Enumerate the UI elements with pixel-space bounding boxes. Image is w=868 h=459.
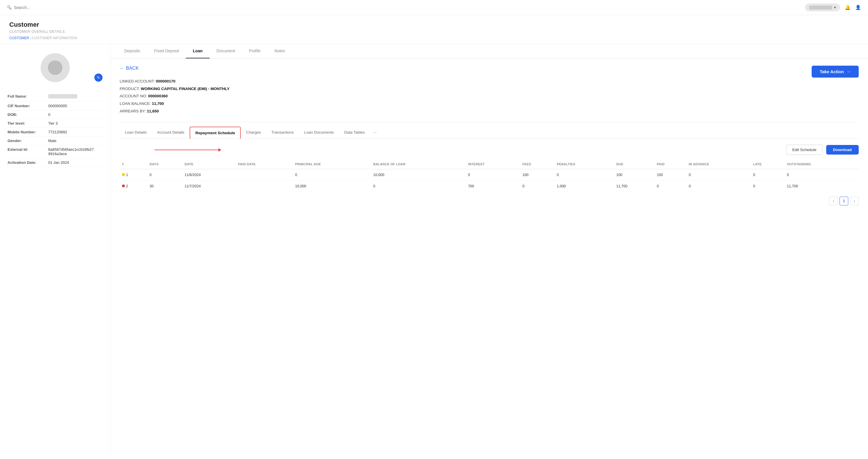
product-value: WORKING CAPITAL FINANCE (EMI) - MONTHLY <box>141 87 230 91</box>
pagination: ‹1› <box>120 197 859 205</box>
cell-days: 30 <box>147 181 182 192</box>
arrears-row: ARREARS BY: 11,650 <box>120 108 859 115</box>
arrow-shaft <box>154 150 218 150</box>
info-row: Mobile Number:772120892 <box>7 128 102 136</box>
search-input[interactable] <box>14 5 72 10</box>
main-tabs-bar: DepositsFixed DepositLoanDocumentProfile… <box>110 44 868 59</box>
info-row: External Id:8a8587d56faec1cc016fb27 9916… <box>7 145 102 158</box>
arrears-value: 11,650 <box>147 109 159 113</box>
cell-num: 2 <box>120 181 147 192</box>
arrow-head-icon <box>218 148 221 152</box>
left-sidebar: ✎ Full Name:CIF Number:000000005DOB:0Tie… <box>0 44 110 459</box>
inner-tab-account-details[interactable]: Account Details <box>152 127 190 139</box>
info-label: CIF Number: <box>7 104 48 108</box>
info-label: DOB: <box>7 113 48 117</box>
info-value: 000000005 <box>48 104 67 108</box>
loan-balance-row: LOAN BALANCE: 11,700 <box>120 100 859 108</box>
linked-account-row: LINKED ACCOUNT: 000000170 <box>120 78 859 85</box>
cell-due: 11,700 <box>614 181 655 192</box>
info-value <box>48 94 77 99</box>
cell-penalties: 0 <box>554 169 614 181</box>
inner-tab-loan-documents[interactable]: Loan Documents <box>299 127 339 139</box>
edit-schedule-button[interactable]: Edit Schedule <box>786 145 823 155</box>
tab-notes[interactable]: Notes <box>268 44 292 58</box>
status-dot-yellow <box>122 173 125 176</box>
inner-tab-transactions[interactable]: Transactions <box>266 127 299 139</box>
info-row: Gender:Male <box>7 136 102 145</box>
pagination-next-button[interactable]: › <box>850 197 859 205</box>
col-header-late: LATE <box>751 159 785 169</box>
pagination-page-1-button[interactable]: 1 <box>840 197 848 205</box>
arrow-annotation <box>154 148 221 152</box>
bell-icon[interactable]: 🔔 <box>845 5 850 10</box>
user-dropdown-label <box>809 5 832 9</box>
inner-tab-loan-details[interactable]: Loan Details <box>120 127 152 139</box>
cell-date: 11/6/2024 <box>182 169 236 181</box>
info-row: Activation Date:01 Jan 2024 <box>7 158 102 167</box>
download-button[interactable]: Download <box>826 145 859 155</box>
cell-late: 0 <box>751 169 785 181</box>
tab-deposits[interactable]: Deposits <box>117 44 147 58</box>
linked-account-label: LINKED ACCOUNT: <box>120 79 155 83</box>
cell-principal-due: 10,000 <box>293 181 371 192</box>
cell-due: 100 <box>614 169 655 181</box>
cell-days: 0 <box>147 169 182 181</box>
loan-header-row: Take Action → ← BACK <box>120 66 859 78</box>
col-header-paid: PAID <box>655 159 686 169</box>
loan-balance-label: LOAN BALANCE: <box>120 101 151 106</box>
inner-tabs-more-button[interactable]: ⋯ <box>370 127 379 139</box>
page-subtitle: CUSTOMER OVERALL DETAILS <box>9 30 859 34</box>
chevron-down-icon: ▾ <box>834 5 836 9</box>
cell-paid: 0 <box>655 181 686 192</box>
tab-loan[interactable]: Loan <box>186 44 209 58</box>
info-label: Tier level: <box>7 121 48 125</box>
col-header-principal-due: PRINCIPAL DUE <box>293 159 371 169</box>
loan-detail-area: Take Action → ← BACK LINKED ACCOUNT: 000… <box>110 59 868 212</box>
topnav-right: ▾ 🔔 👤 <box>805 3 861 11</box>
cell-in-advance: 0 <box>686 169 751 181</box>
info-row: DOB:0 <box>7 111 102 119</box>
info-label: Full Name: <box>7 94 48 99</box>
back-link[interactable]: ← BACK <box>120 66 812 71</box>
table-row: 1011/6/2024010,00001000100100000 <box>120 169 859 181</box>
info-label: Activation Date: <box>7 160 48 165</box>
account-no-label: ACCOUNT NO: <box>120 94 147 98</box>
take-action-button[interactable]: Take Action → <box>812 66 859 78</box>
cell-paid-date <box>236 169 293 181</box>
col-header-in-advance: IN ADVANCE <box>686 159 751 169</box>
breadcrumb: CUSTOMER / CUSTOMER INFORMATION <box>9 36 859 40</box>
cell-late: 0 <box>751 181 785 192</box>
tab-profile[interactable]: Profile <box>242 44 268 58</box>
back-arrow-icon: ← <box>120 66 124 71</box>
loan-balance-value: 11,700 <box>152 101 164 106</box>
col-header-due: DUE <box>614 159 655 169</box>
customer-info-table: Full Name:CIF Number:000000005DOB:0Tier … <box>7 92 103 167</box>
account-no-value: 000000360 <box>148 94 168 98</box>
pagination-prev-button[interactable]: ‹ <box>829 197 838 205</box>
col-header-paid-date: PAID DATE <box>236 159 293 169</box>
repayment-schedule-table: #DAYSDATEPAID DATEPRINCIPAL DUEBALANCE O… <box>120 159 859 192</box>
search-area[interactable]: 🔍 <box>7 5 72 10</box>
page-title: Customer <box>9 21 859 28</box>
user-profile-icon[interactable]: 👤 <box>855 5 861 10</box>
col-header-interest: INTEREST <box>466 159 520 169</box>
info-value: 8a8587d56faec1cc016fb27 9916a3ece <box>48 147 94 156</box>
cell-balance-of-loan: 10,000 <box>371 169 466 181</box>
info-value: 0 <box>48 113 50 117</box>
status-dot-red <box>122 184 125 187</box>
cell-interest: 700 <box>466 181 520 192</box>
inner-tab-repayment-schedule[interactable]: Repayment Schedule <box>190 127 241 139</box>
tab-fixed-deposit[interactable]: Fixed Deposit <box>147 44 186 58</box>
cell-in-advance: 0 <box>686 181 751 192</box>
inner-tab-data-tables[interactable]: Data Tables <box>339 127 370 139</box>
avatar-edit-button[interactable]: ✎ <box>94 73 102 82</box>
tab-document[interactable]: Document <box>210 44 242 58</box>
col-header-days: DAYS <box>147 159 182 169</box>
col-header-fees: FEES <box>520 159 554 169</box>
cell-interest: 0 <box>466 169 520 181</box>
take-action-label: Take Action <box>820 69 844 74</box>
inner-tab-charges[interactable]: Charges <box>241 127 266 139</box>
user-dropdown[interactable]: ▾ <box>805 3 840 11</box>
breadcrumb-link[interactable]: CUSTOMER <box>9 36 29 40</box>
arrears-label: ARREARS BY: <box>120 109 146 113</box>
